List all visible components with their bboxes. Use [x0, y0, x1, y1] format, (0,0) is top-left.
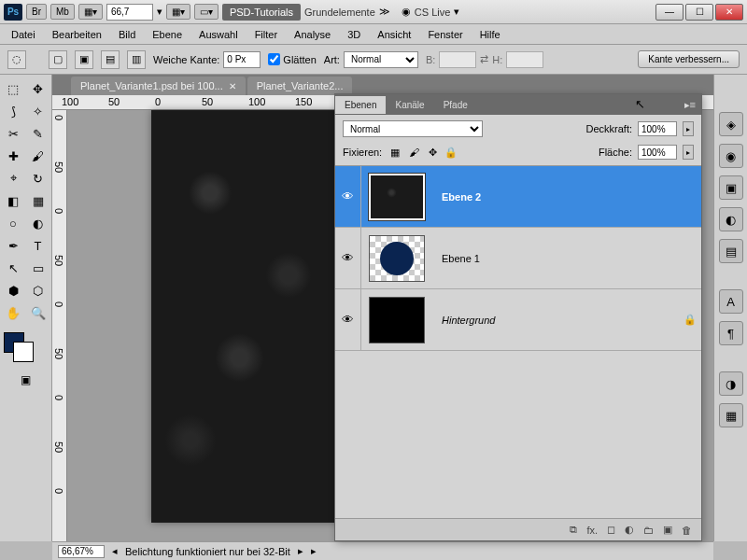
selection-new-icon[interactable]: ▢ [49, 50, 67, 69]
lasso-tool[interactable]: ⟆ [2, 101, 24, 121]
layout-dropdown[interactable]: ▦▾ [78, 4, 103, 20]
lock-transparency-icon[interactable]: ▦ [388, 145, 402, 160]
menu-bild[interactable]: Bild [111, 27, 143, 42]
selection-intersect-icon[interactable]: ▥ [127, 50, 146, 69]
healing-tool[interactable]: ✚ [2, 146, 24, 166]
paragraph-panel-icon[interactable]: ¶ [719, 321, 743, 345]
color-swatches[interactable] [2, 330, 49, 364]
dropdown-icon[interactable]: ▾ [157, 6, 162, 18]
eraser-tool[interactable]: ◧ [2, 190, 24, 211]
layer-effects-icon[interactable]: fx. [586, 525, 598, 536]
fill-flyout-icon[interactable]: ▸ [683, 145, 694, 160]
layer-row[interactable]: 👁 Ebene 2 [335, 166, 701, 228]
wand-tool[interactable]: ✧ [27, 101, 49, 121]
eyedropper-tool[interactable]: ✎ [27, 123, 49, 144]
zoom-input[interactable] [106, 4, 153, 21]
marquee-tool-icon[interactable]: ◌ [7, 50, 26, 69]
group-icon[interactable]: 🗀 [643, 525, 654, 536]
menu-filter[interactable]: Filter [247, 27, 285, 42]
3d-tool[interactable]: ⬢ [2, 280, 24, 301]
status-zoom-input[interactable] [58, 545, 105, 558]
panel-menu-icon[interactable]: ▸≡ [679, 99, 701, 111]
menu-ebene[interactable]: Ebene [145, 27, 190, 42]
view-extras-button[interactable]: ▦▾ [166, 4, 190, 20]
antialias-checkbox[interactable] [268, 53, 280, 65]
opacity-input[interactable] [638, 121, 677, 136]
adjustments-panel-icon[interactable]: ◐ [719, 207, 743, 231]
blend-mode-select[interactable]: Normal [343, 120, 483, 137]
adjustment-layer-icon[interactable]: ◐ [625, 524, 634, 536]
tab-kanaele[interactable]: Kanäle [386, 96, 433, 114]
history-brush-tool[interactable]: ↻ [27, 168, 49, 189]
lock-pixels-icon[interactable]: 🖌 [406, 145, 421, 160]
bridge-button[interactable]: Br [26, 4, 47, 20]
menu-ansicht[interactable]: Ansicht [370, 27, 418, 42]
dropdown-icon[interactable]: ▾ [454, 6, 459, 18]
shape-tool[interactable]: ▭ [27, 258, 49, 278]
menu-3d[interactable]: 3D [340, 27, 368, 42]
zoom-tool[interactable]: 🔍 [27, 302, 49, 323]
screen-mode-button[interactable]: ▭▾ [194, 4, 218, 20]
opacity-flyout-icon[interactable]: ▸ [683, 121, 694, 136]
cslive-icon[interactable]: ◉ [402, 6, 411, 18]
nav-prev-icon[interactable]: ◂ [112, 545, 118, 557]
background-swatch[interactable] [13, 342, 34, 362]
layer-row[interactable]: 👁 Ebene 1 [335, 228, 701, 289]
menu-hilfe[interactable]: Hilfe [472, 27, 508, 42]
visibility-toggle[interactable]: 👁 [335, 289, 361, 350]
menu-bearbeiten[interactable]: Bearbeiten [45, 27, 109, 42]
layer-row[interactable]: 👁 Hintergrund 🔒 [335, 289, 701, 351]
feather-input[interactable] [223, 51, 261, 68]
chevron-right-icon[interactable]: ≫ [379, 6, 390, 18]
tab-document-1[interactable]: Planet_Variante1.psd bei 100... ✕ [71, 77, 246, 95]
layer-thumbnail[interactable] [369, 235, 425, 282]
layers-panel[interactable]: Ebenen Kanäle Pfade ▸≡ ↖ Normal Deckkraf… [334, 93, 702, 541]
close-icon[interactable]: ✕ [229, 81, 236, 91]
tab-pfade[interactable]: Pfade [434, 96, 477, 114]
workspace-name[interactable]: Grundelemente [304, 7, 375, 18]
3d-camera-tool[interactable]: ⬡ [27, 280, 49, 301]
menu-datei[interactable]: Datei [4, 27, 43, 42]
styles-panel-icon[interactable]: ▣ [719, 175, 743, 200]
visibility-toggle[interactable]: 👁 [335, 166, 361, 227]
move-tool[interactable]: ⬚ [2, 78, 24, 99]
layer-thumbnail[interactable] [369, 174, 425, 220]
menu-fenster[interactable]: Fenster [420, 27, 470, 42]
marquee-tool[interactable]: ✥ [27, 78, 49, 99]
tab-document-2[interactable]: Planet_Variante2... [247, 77, 353, 95]
layer-thumbnail[interactable] [369, 297, 425, 343]
layer-name[interactable]: Ebene 2 [432, 191, 679, 203]
lock-all-icon[interactable]: 🔒 [444, 145, 458, 160]
flyout-icon[interactable]: ▸ [311, 545, 317, 557]
minibridge-button[interactable]: Mb [50, 4, 75, 20]
path-select-tool[interactable]: ↖ [2, 258, 24, 278]
menu-auswahl[interactable]: Auswahl [191, 27, 246, 42]
color-panel-icon[interactable]: ◈ [719, 112, 743, 136]
brush-tool[interactable]: 🖌 [27, 146, 49, 166]
dodge-tool[interactable]: ◐ [27, 213, 49, 233]
masks-panel-icon[interactable]: ▤ [719, 239, 743, 263]
visibility-toggle[interactable]: 👁 [335, 228, 361, 288]
gradient-tool[interactable]: ▦ [27, 190, 49, 211]
delete-layer-icon[interactable]: 🗑 [682, 525, 692, 536]
history-panel-icon[interactable]: ◑ [719, 371, 743, 396]
layer-name[interactable]: Ebene 1 [432, 253, 679, 264]
nav-next-icon[interactable]: ▸ [298, 545, 303, 557]
window-maximize-button[interactable]: ☐ [685, 4, 713, 21]
menu-analyse[interactable]: Analyse [287, 27, 338, 42]
stamp-tool[interactable]: ⌖ [2, 168, 24, 189]
cslive-label[interactable]: CS Live [415, 7, 451, 18]
hand-tool[interactable]: ✋ [2, 302, 24, 323]
selection-add-icon[interactable]: ▣ [75, 50, 93, 69]
link-layers-icon[interactable]: ⧉ [570, 524, 577, 536]
quickmask-toggle[interactable]: ▣ [2, 373, 49, 386]
window-minimize-button[interactable]: — [655, 4, 684, 21]
new-layer-icon[interactable]: ▣ [663, 524, 672, 536]
fill-input[interactable] [638, 145, 677, 160]
window-close-button[interactable]: ✕ [715, 4, 743, 21]
document-canvas[interactable] [151, 110, 347, 523]
layer-mask-icon[interactable]: ◻ [607, 524, 615, 536]
refine-edge-button[interactable]: Kante verbessern... [638, 50, 740, 68]
swatches-panel-icon[interactable]: ◉ [719, 144, 743, 168]
style-select[interactable]: Normal [344, 51, 418, 68]
